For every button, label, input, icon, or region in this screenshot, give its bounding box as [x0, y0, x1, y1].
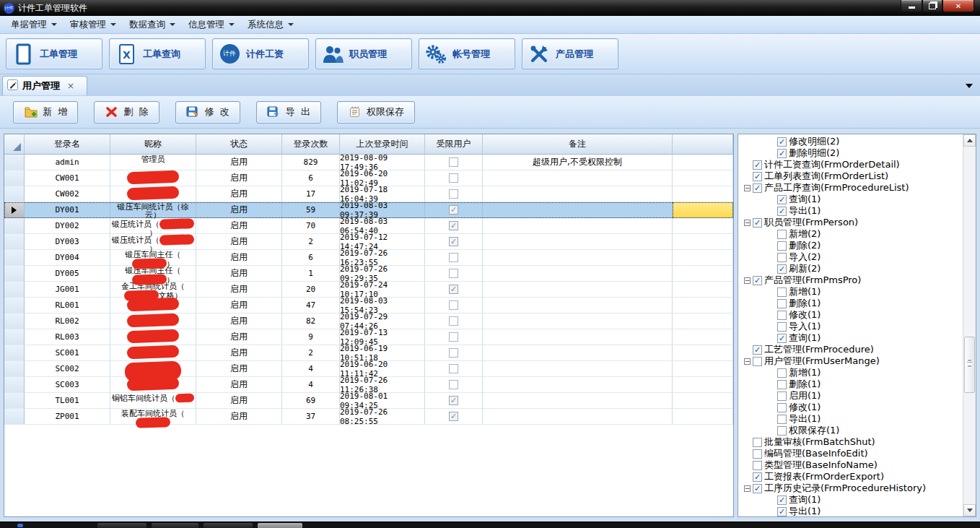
tree-item[interactable]: − ✓ 工艺管理(FrmProcedure) [738, 344, 963, 355]
restore-button[interactable] [922, 0, 942, 12]
expand-toggle-icon[interactable]: − [744, 277, 751, 284]
row-header[interactable] [4, 234, 25, 250]
tree-checkbox[interactable] [777, 368, 787, 378]
minimize-button[interactable] [901, 0, 922, 12]
tree-checkbox[interactable]: ✓ [777, 507, 787, 516]
menu-item[interactable]: 数据查询 [123, 17, 182, 33]
limited-user-checkbox[interactable]: ✓ [449, 396, 458, 405]
row-header[interactable] [4, 282, 25, 298]
tree-item[interactable]: − 新增(1) [738, 286, 963, 298]
limited-user-checkbox[interactable]: ✓ [449, 412, 458, 421]
table-row[interactable]: RL001 启用 47 2019-08-03 15:54:23 [4, 298, 733, 313]
row-header[interactable] [4, 361, 25, 377]
tree-item[interactable]: − ✓ 计件工资查询(FrmOrderDetail) [738, 159, 963, 170]
tree-item[interactable]: − 导出(1) [738, 413, 963, 425]
limited-user-checkbox[interactable] [449, 380, 458, 389]
tree-item[interactable]: − 启用(1) [738, 390, 963, 402]
tree-checkbox[interactable] [777, 287, 787, 297]
tree-checkbox[interactable]: ✓ [753, 345, 762, 355]
tree-checkbox[interactable] [777, 322, 787, 332]
tree-checkbox[interactable]: ✓ [777, 195, 787, 204]
table-row[interactable]: RL002 启用 82 2019-07-29 07:44:26 [4, 313, 733, 329]
tree-item[interactable]: − 删除(1) [738, 298, 963, 309]
tree-checkbox[interactable]: ✓ [777, 137, 787, 147]
menu-item[interactable]: 审核管理 [64, 17, 123, 33]
table-row[interactable]: SC003 启用 4 2019-07-26 11:26:38 [4, 377, 733, 393]
row-header[interactable] [4, 202, 25, 218]
tree-item[interactable]: − 修改(1) [738, 309, 963, 321]
tree-checkbox[interactable] [753, 357, 762, 366]
column-header-login[interactable]: 登录名 [25, 134, 110, 155]
tree-checkbox[interactable] [753, 438, 762, 447]
tree-checkbox[interactable] [777, 391, 787, 401]
expand-toggle-icon[interactable]: − [744, 185, 751, 191]
limited-user-checkbox[interactable]: ✓ [449, 237, 458, 246]
tree-checkbox[interactable]: ✓ [753, 472, 762, 482]
tree-item[interactable]: − ✓ 查询(1) [738, 332, 963, 344]
tree-checkbox[interactable] [777, 380, 787, 389]
column-header-note[interactable]: 备注 [483, 134, 673, 155]
tree-checkbox[interactable] [777, 253, 787, 262]
tab-close-icon[interactable]: × [67, 81, 74, 91]
tree-item[interactable]: − ✓ 工单列表查询(FrmOrderList) [738, 170, 963, 182]
table-row[interactable]: CW002 启用 17 2019-07-18 16:04:39 [4, 186, 733, 202]
tree-checkbox[interactable]: ✓ [753, 276, 762, 285]
toolbar-button[interactable]: X 工单查询 [109, 38, 206, 69]
row-header[interactable] [4, 345, 25, 361]
action-button[interactable]: 删 除 [94, 101, 159, 124]
tree-item[interactable]: − 修改(1) [738, 402, 963, 413]
tree-item[interactable]: − 导入(2) [738, 251, 963, 263]
row-header[interactable] [4, 313, 25, 329]
scrollbar-thumb[interactable] [964, 337, 975, 393]
tree-checkbox[interactable]: ✓ [753, 183, 762, 193]
toolbar-button[interactable]: 工单管理 [6, 38, 102, 69]
limited-user-checkbox[interactable]: ✓ [449, 285, 458, 294]
tree-checkbox[interactable]: ✓ [777, 207, 787, 216]
expand-toggle-icon[interactable]: − [744, 485, 751, 492]
tree-item[interactable]: − ✓ 产品工序查询(FrmProcedureList) [738, 182, 963, 194]
limited-user-checkbox[interactable] [449, 269, 458, 278]
row-header[interactable] [4, 186, 25, 202]
table-row[interactable]: SC001 启用 2 2019-06-19 10:51:18 [4, 345, 733, 361]
row-header[interactable] [4, 298, 25, 313]
limited-user-checkbox[interactable] [449, 189, 458, 199]
tab-list-dropdown-icon[interactable] [966, 84, 973, 88]
limited-user-checkbox[interactable]: ✓ [449, 221, 458, 230]
limited-user-checkbox[interactable] [449, 364, 458, 373]
action-button[interactable]: 修 改 [175, 101, 240, 124]
tree-scrollbar[interactable] [963, 134, 976, 516]
tree-checkbox[interactable]: ✓ [777, 149, 787, 158]
tree-item[interactable]: − 删除(2) [738, 240, 963, 251]
row-header[interactable] [4, 329, 25, 345]
row-header[interactable] [4, 266, 25, 282]
tree-checkbox[interactable] [777, 403, 787, 412]
column-header-last-login[interactable]: 上次登录时间 [340, 134, 425, 155]
scroll-up-button[interactable] [963, 134, 976, 147]
table-row[interactable]: DY004 锻压车间主任（） 启用 6 2019-07-26 16:23:55 [4, 250, 733, 266]
table-row[interactable]: RL003 启用 9 2019-07-13 12:09:45 [4, 329, 733, 345]
column-header-nickname[interactable]: 昵称 [110, 134, 196, 155]
tree-item[interactable]: − ✓ 产品管理(FrmPmsPro) [738, 274, 963, 286]
column-header-limited[interactable]: 受限用户 [425, 134, 483, 155]
tree-checkbox[interactable] [777, 230, 787, 239]
action-button[interactable]: 新 增 [13, 101, 78, 124]
action-button[interactable]: 权限保存 [337, 101, 415, 124]
tree-checkbox[interactable]: ✓ [753, 160, 762, 170]
tree-checkbox[interactable]: ✓ [777, 495, 787, 505]
row-header[interactable] [4, 377, 25, 393]
tree-item[interactable]: − ✓ 删除明细(2) [738, 147, 963, 159]
row-header[interactable] [4, 409, 25, 425]
tree-checkbox[interactable] [777, 299, 787, 308]
row-header[interactable] [4, 218, 25, 234]
column-header-login-count[interactable]: 登录次数 [282, 134, 340, 155]
tree-checkbox[interactable]: ✓ [753, 172, 762, 181]
tree-item[interactable]: − ✓ 职员管理(FrmPerson) [738, 217, 963, 228]
table-row[interactable]: JG001 金工车间统计员（文格） 启用 20 2019-07-24 10:17… [4, 282, 733, 298]
tree-item[interactable]: − 权限保存(1) [738, 425, 963, 436]
close-button[interactable]: ✕ [942, 0, 974, 12]
table-row[interactable]: DY002 锻压统计员（） 启用 70 2019-08-03 06:54:40 … [4, 218, 733, 234]
table-row[interactable]: admin 管理员 启用 829 2019-08-09 17:49:36 超级用… [4, 155, 733, 170]
tree-item[interactable]: − 编码管理(BaseInfoEdit) [738, 448, 963, 459]
tree-item[interactable]: − 删除(1) [738, 378, 963, 390]
tree-checkbox[interactable] [753, 449, 762, 459]
